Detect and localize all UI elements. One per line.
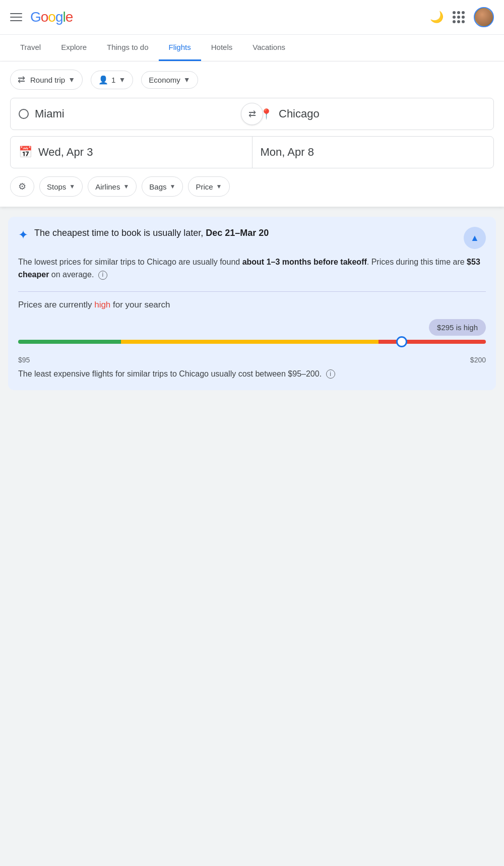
passenger-icon: 👤 — [98, 75, 108, 85]
price-status-plain: Prices are currently — [18, 300, 94, 310]
logo-o2: o — [48, 9, 55, 25]
body-line2: . Prices during this time are — [367, 258, 467, 266]
airlines-chevron: ▼ — [123, 183, 129, 190]
insight-body: The lowest prices for similar trips to C… — [18, 256, 486, 281]
avatar[interactable] — [474, 7, 494, 27]
logo-e: e — [66, 9, 73, 25]
passengers-chevron: ▼ — [118, 76, 125, 84]
app-header: Google 🌙 — [0, 0, 504, 35]
divider — [18, 291, 486, 292]
bags-label: Bags — [149, 182, 166, 191]
tab-vacations[interactable]: Vacations — [242, 35, 295, 61]
cabin-chevron: ▼ — [183, 76, 191, 84]
trip-type-chevron: ▼ — [68, 76, 75, 84]
sparkle-icon: ✦ — [18, 228, 28, 242]
cabin-class-label: Economy — [149, 76, 180, 84]
trip-type-label: Round trip — [30, 76, 65, 84]
insight-title-plain: The cheapest time to book is usually lat… — [34, 228, 206, 238]
tab-things-to-do[interactable]: Things to do — [97, 35, 159, 61]
dark-mode-icon[interactable]: 🌙 — [430, 11, 444, 24]
price-status-end: for your search — [110, 300, 170, 310]
insight-title-bold: Dec 21–Mar 20 — [206, 228, 269, 238]
depart-date-field[interactable]: 📅 Wed, Apr 3 — [11, 137, 253, 168]
tab-travel[interactable]: Travel — [10, 35, 51, 61]
body-bold: about 1–3 months before takeoff — [242, 258, 367, 266]
apps-icon[interactable] — [453, 11, 465, 23]
stops-filter[interactable]: Stops ▼ — [39, 176, 83, 197]
price-label-low: $95 — [18, 356, 30, 364]
price-label-mid: $200 — [470, 356, 486, 364]
airlines-filter[interactable]: Airlines ▼ — [88, 176, 137, 197]
bottom-text: The least expensive flights for similar … — [18, 368, 486, 381]
insight-title-row: ✦ The cheapest time to book is usually l… — [18, 227, 464, 242]
calendar-icon: 📅 — [19, 146, 32, 159]
destination-field[interactable]: 📍 Chicago — [252, 98, 493, 130]
cabin-class-selector[interactable]: Economy ▼ — [141, 71, 198, 89]
all-filters-button[interactable]: ⚙ — [10, 176, 34, 197]
bottom-text-content: The least expensive flights for similar … — [18, 369, 322, 378]
header-right: 🌙 — [430, 7, 494, 27]
round-trip-icon: ⇄ — [18, 74, 25, 85]
price-status-high: high — [94, 300, 110, 310]
trip-type-selector[interactable]: ⇄ Round trip ▼ — [10, 70, 83, 90]
airlines-label: Airlines — [95, 182, 120, 191]
return-date-field[interactable]: Mon, Apr 8 — [253, 137, 494, 168]
tab-explore[interactable]: Explore — [51, 35, 97, 61]
logo-o1: o — [41, 9, 48, 25]
price-labels: $95 $200 — [18, 356, 486, 364]
origin-icon — [19, 109, 29, 119]
stops-label: Stops — [47, 182, 66, 191]
insight-card: ✦ The cheapest time to book is usually l… — [8, 217, 496, 390]
filter-row: ⚙ Stops ▼ Airlines ▼ Bags ▼ Price ▼ — [10, 176, 494, 197]
price-bar — [18, 340, 486, 344]
price-filter[interactable]: Price ▼ — [188, 176, 229, 197]
price-bar-green — [18, 340, 121, 344]
stops-chevron: ▼ — [69, 183, 75, 190]
insight-header: ✦ The cheapest time to book is usually l… — [18, 227, 486, 249]
price-status: Prices are currently high for your searc… — [18, 300, 486, 310]
body-line1: The lowest prices for similar trips to C… — [18, 258, 242, 266]
origin-field[interactable]: Miami — [11, 98, 252, 130]
bags-filter[interactable]: Bags ▼ — [142, 176, 183, 197]
nav-tabs: Travel Explore Things to do Flights Hote… — [0, 35, 504, 61]
price-chevron: ▼ — [216, 183, 222, 190]
depart-date-text: Wed, Apr 3 — [38, 146, 93, 159]
price-bar-yellow — [121, 340, 378, 344]
logo-g2: g — [55, 9, 63, 25]
bottom-info-icon[interactable]: i — [326, 369, 335, 379]
collapse-button[interactable]: ▲ — [464, 227, 486, 249]
price-bar-red — [379, 340, 486, 344]
swap-locations-button[interactable]: ⇄ — [241, 103, 263, 125]
insight-title: The cheapest time to book is usually lat… — [34, 227, 269, 239]
info-icon[interactable]: i — [98, 271, 107, 280]
bags-chevron: ▼ — [170, 183, 176, 190]
destination-text: Chicago — [279, 107, 320, 120]
origin-text: Miami — [35, 107, 65, 120]
passengers-selector[interactable]: 👤 1 ▼ — [91, 71, 133, 89]
chevron-up-icon: ▲ — [470, 233, 479, 243]
price-bubble: $295 is high — [429, 319, 486, 336]
body-line3: on average. — [49, 270, 94, 279]
price-indicator-wrap: $295 is high $95 $200 — [18, 319, 486, 364]
avatar-face — [475, 9, 492, 26]
search-panel: ⇄ Round trip ▼ 👤 1 ▼ Economy ▼ Miami ⇄ 📍… — [0, 61, 504, 207]
return-date-text: Mon, Apr 8 — [261, 146, 314, 159]
price-dot — [396, 336, 407, 347]
header-left: Google — [10, 9, 73, 25]
sliders-icon: ⚙ — [18, 181, 26, 192]
passengers-label: 1 — [111, 76, 115, 84]
logo-g: G — [30, 9, 41, 25]
tab-flights[interactable]: Flights — [159, 35, 201, 61]
google-logo: Google — [30, 9, 73, 25]
date-row[interactable]: 📅 Wed, Apr 3 Mon, Apr 8 — [10, 136, 494, 168]
menu-button[interactable] — [10, 13, 22, 21]
price-label: Price — [196, 182, 213, 191]
tab-hotels[interactable]: Hotels — [201, 35, 243, 61]
location-row: Miami ⇄ 📍 Chicago — [10, 98, 494, 130]
trip-controls: ⇄ Round trip ▼ 👤 1 ▼ Economy ▼ — [10, 70, 494, 90]
